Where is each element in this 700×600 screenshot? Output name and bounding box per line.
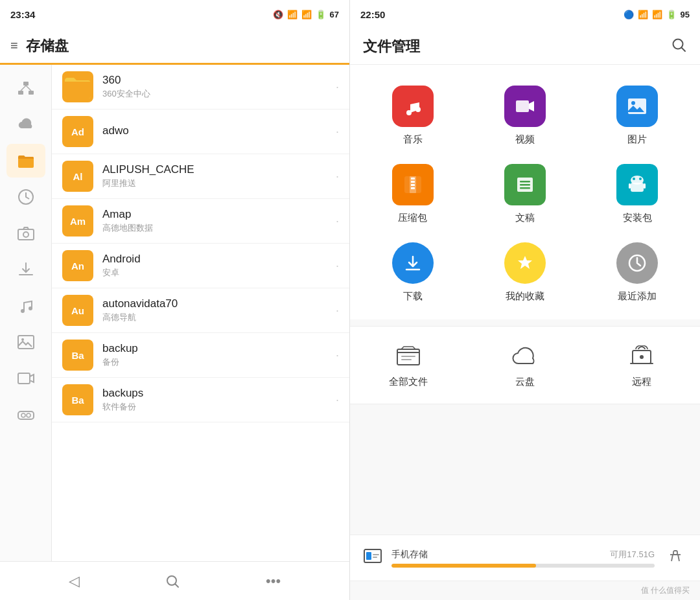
- remote-icon: [625, 342, 659, 371]
- file-item-backups[interactable]: Ba backups 软件备份 ·: [52, 378, 349, 422]
- music-circle: [392, 86, 434, 127]
- icon-grid: 音乐 视频 图片: [350, 65, 700, 319]
- icon-download[interactable]: 下载: [356, 235, 469, 313]
- status-icons-right: 🔵 📶 📶 🔋 95: [624, 10, 690, 19]
- svg-point-8: [23, 232, 29, 237]
- svg-rect-45: [401, 356, 415, 357]
- search-icon-right[interactable]: [670, 36, 687, 57]
- zip-label: 压缩包: [398, 212, 427, 224]
- sidebar-item-camera[interactable]: [6, 216, 45, 250]
- svg-point-9: [21, 309, 25, 313]
- bottom-grid: 全部文件 云盘 远程: [350, 326, 700, 404]
- back-button[interactable]: ◁: [69, 573, 80, 590]
- svg-rect-28: [411, 181, 415, 183]
- header-right: 文件管理: [350, 29, 700, 65]
- file-dot-adwo: ·: [336, 125, 339, 139]
- storage-bar: 手机存储 可用17.51G: [350, 535, 700, 581]
- folder-icon-autonavi: Au: [62, 295, 93, 326]
- file-dot-backups: ·: [336, 393, 339, 407]
- file-item-android[interactable]: An Android 安卓 ·: [52, 244, 349, 288]
- image-circle: [616, 86, 658, 127]
- content-left: 360 360安全中心 · Ad adwo · Al ALIPUSH_CACHE: [0, 65, 349, 561]
- time-left: 23:34: [10, 9, 35, 20]
- sidebar-item-network[interactable]: [6, 71, 45, 105]
- video-label: 视频: [515, 133, 535, 146]
- menu-icon[interactable]: ≡: [10, 38, 18, 53]
- icon-image[interactable]: 图片: [581, 78, 694, 156]
- svg-point-18: [673, 39, 683, 49]
- doc-label: 文稿: [515, 212, 535, 224]
- icon-doc[interactable]: 文稿: [469, 156, 581, 235]
- file-item-360[interactable]: 360 360安全中心 ·: [52, 65, 349, 110]
- svg-rect-50: [366, 552, 371, 560]
- icon-video[interactable]: 视频: [469, 78, 581, 156]
- cloud-item[interactable]: 云盘: [467, 333, 583, 397]
- icon-apk[interactable]: 安装包: [581, 156, 694, 235]
- icon-music[interactable]: 音乐: [356, 78, 469, 156]
- battery-icon-left: 🔋: [316, 10, 326, 19]
- wifi-icon: 📶: [287, 10, 298, 19]
- file-sub-backup: 备份: [102, 356, 327, 368]
- apk-circle: [616, 164, 658, 205]
- remote-item[interactable]: 远程: [583, 333, 700, 397]
- folder-icon-alipush: Al: [62, 161, 93, 192]
- file-dot-360: ·: [336, 80, 339, 94]
- watermark-text: 值 什么值得买: [641, 585, 690, 596]
- file-name-backup: backup: [102, 342, 327, 355]
- file-name-autonavi: autonavidata70: [102, 297, 327, 310]
- folder-icon-adwo: Ad: [62, 116, 93, 147]
- cloud-icon: [508, 342, 542, 371]
- sidebar-item-folder[interactable]: [6, 144, 45, 178]
- wifi-icon-right: 📶: [638, 10, 648, 19]
- search-button[interactable]: [165, 573, 180, 589]
- sidebar-item-download[interactable]: [6, 253, 45, 286]
- sidebar-item-cloud[interactable]: [6, 108, 45, 141]
- doc-circle: [504, 164, 546, 205]
- svg-rect-34: [520, 187, 530, 189]
- status-bar-left: 23:34 🔇 📶 📶 🔋 67: [0, 0, 349, 29]
- fav-circle: [504, 242, 546, 284]
- battery-level-left: 67: [330, 10, 339, 19]
- file-sub-alipush: 阿里推送: [102, 178, 327, 189]
- sidebar-item-vr[interactable]: [6, 398, 45, 432]
- file-item-autonavi[interactable]: Au autonavidata70 高德导航 ·: [52, 288, 349, 333]
- icon-favorite[interactable]: 我的收藏: [469, 235, 581, 313]
- svg-point-10: [29, 306, 32, 310]
- file-info-amap: Amap 高德地图数据: [102, 208, 327, 234]
- file-sub-amap: 高德地图数据: [102, 222, 327, 234]
- cloud-label: 云盘: [515, 376, 535, 388]
- file-info-backup: backup 备份: [102, 342, 327, 368]
- clean-button[interactable]: [664, 544, 687, 571]
- svg-rect-7: [18, 229, 34, 240]
- bottom-nav-left: ◁ •••: [0, 561, 349, 600]
- file-sub-android: 安卓: [102, 267, 327, 279]
- sidebar-item-recent[interactable]: [6, 180, 45, 214]
- icon-recent[interactable]: 最近添加: [581, 235, 694, 313]
- file-item-amap[interactable]: Am Amap 高德地图数据 ·: [52, 199, 349, 244]
- file-info-360: 360 360安全中心: [102, 74, 327, 100]
- svg-rect-44: [397, 352, 419, 353]
- sidebar-item-image[interactable]: [6, 325, 45, 359]
- sidebar-item-video[interactable]: [6, 362, 45, 395]
- file-list: 360 360安全中心 · Ad adwo · Al ALIPUSH_CACHE: [52, 65, 349, 561]
- file-item-alipush[interactable]: Al ALIPUSH_CACHE 阿里推送 ·: [52, 154, 349, 199]
- svg-rect-33: [520, 184, 530, 186]
- file-name-backups: backups: [102, 387, 327, 400]
- sidebar-item-music[interactable]: [6, 289, 45, 323]
- right-panel: 22:50 🔵 📶 📶 🔋 95 文件管理: [350, 0, 700, 600]
- svg-point-24: [631, 101, 635, 105]
- all-files-item[interactable]: 全部文件: [350, 333, 467, 397]
- icon-zip[interactable]: 压缩包: [356, 156, 469, 235]
- signal-icon-right: 📶: [652, 10, 662, 19]
- download-circle: [392, 242, 434, 284]
- file-item-backup[interactable]: Ba backup 备份 ·: [52, 333, 349, 378]
- file-sub-autonavi: 高德导航: [102, 312, 327, 323]
- zip-circle: [392, 164, 434, 205]
- file-dot-autonavi: ·: [336, 304, 339, 317]
- file-item-adwo[interactable]: Ad adwo ·: [52, 110, 349, 154]
- mute-icon: 🔇: [273, 10, 283, 19]
- folder-icon-360: [62, 71, 93, 102]
- file-sub-360: 360安全中心: [102, 88, 327, 100]
- image-label: 图片: [627, 133, 647, 146]
- more-button[interactable]: •••: [266, 573, 281, 590]
